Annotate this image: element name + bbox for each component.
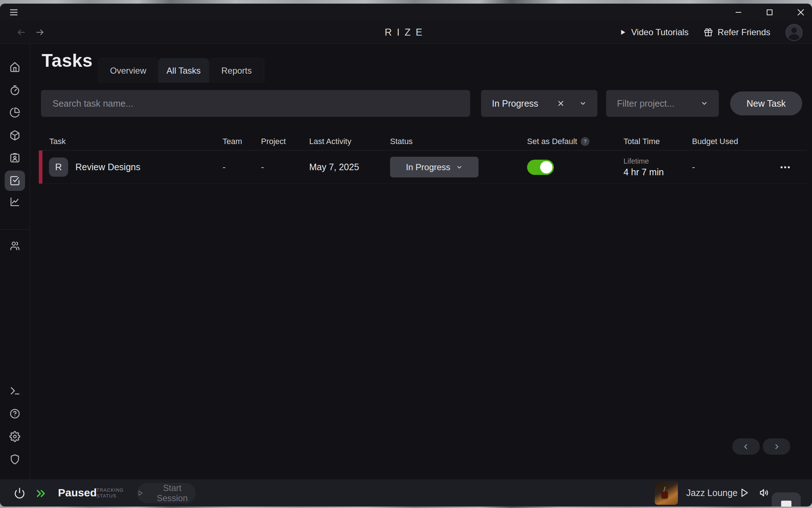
gift-icon	[704, 28, 713, 37]
user-avatar[interactable]	[786, 24, 803, 41]
column-set-as-default: Set as Default	[527, 137, 577, 146]
toggle-knob	[540, 161, 552, 173]
column-total-time: Total Time	[624, 137, 692, 146]
table-header: Task Team Project Last Activity Status S…	[39, 132, 807, 151]
tabs: Overview All Tasks Reports	[98, 58, 264, 83]
sidebar-item-timer[interactable]	[5, 80, 25, 101]
chat-bubble-button[interactable]	[772, 492, 801, 507]
pagination	[732, 438, 790, 455]
home-icon	[9, 62, 20, 73]
sidebar-item-analytics[interactable]	[5, 102, 25, 123]
project-filter-dropdown[interactable]: Filter project...	[606, 90, 719, 117]
maximize-icon[interactable]	[765, 8, 774, 17]
check-square-icon	[9, 175, 20, 186]
set-default-toggle[interactable]	[527, 160, 554, 175]
album-art[interactable]	[655, 482, 678, 505]
refer-friends-link[interactable]: Refer Friends	[704, 27, 770, 37]
music-play-icon[interactable]	[739, 487, 750, 498]
stopwatch-icon	[9, 85, 20, 96]
task-budget-used: -	[692, 162, 763, 172]
sidebar-item-help[interactable]	[5, 403, 25, 424]
play-icon	[620, 29, 626, 36]
shield-icon	[9, 454, 20, 465]
sidebar-item-team[interactable]	[5, 235, 25, 256]
column-project: Project	[261, 137, 309, 146]
clear-filter-icon[interactable]	[557, 99, 565, 107]
gear-icon	[9, 431, 20, 442]
sidebar-divider	[0, 229, 30, 230]
task-last-activity: May 7, 2025	[309, 162, 390, 172]
total-time-label: Lifetime	[624, 157, 692, 165]
play-outline-icon	[137, 489, 144, 497]
task-name[interactable]: Review Designs	[75, 162, 140, 172]
chevron-right-icon	[772, 443, 780, 451]
close-icon[interactable]	[796, 8, 805, 17]
column-budget-used: Budget Used	[692, 137, 763, 146]
help-badge-icon[interactable]: ?	[581, 137, 589, 146]
minimize-icon[interactable]	[734, 8, 743, 17]
video-tutorials-label: Video Tutorials	[631, 27, 688, 37]
sidebar-item-integrations[interactable]	[5, 381, 25, 401]
row-menu-icon[interactable]	[763, 161, 807, 173]
search-input[interactable]	[41, 90, 470, 117]
double-chevron-icon[interactable]	[36, 488, 47, 499]
previous-page-button[interactable]	[732, 438, 760, 455]
sidebar-item-projects[interactable]	[5, 125, 25, 146]
header-actions: Video Tutorials Refer Friends	[620, 21, 803, 44]
chevron-down-icon	[456, 164, 463, 171]
column-last-activity: Last Activity	[309, 137, 390, 146]
now-playing-track: Jazz Lounge	[686, 479, 738, 507]
tab-reports[interactable]: Reports	[209, 58, 264, 83]
row-color-accent	[39, 151, 42, 184]
sidebar-item-settings[interactable]	[5, 426, 25, 447]
task-status-dropdown[interactable]: In Progress	[390, 157, 478, 177]
sidebar-item-privacy[interactable]	[5, 449, 25, 470]
hamburger-menu-icon[interactable]	[9, 7, 19, 17]
line-chart-icon	[9, 196, 20, 207]
column-team: Team	[223, 137, 261, 146]
titlebar	[0, 4, 812, 21]
start-session-button[interactable]: Start Session	[137, 483, 196, 503]
contact-card-icon	[9, 152, 20, 163]
table-row[interactable]: R Review Designs - - May 7, 2025 In Prog…	[39, 151, 807, 184]
app-window: RIZE Video Tutorials Refer Friends Ta	[0, 4, 812, 507]
next-page-button[interactable]	[763, 438, 790, 455]
new-task-button[interactable]: New Task	[730, 91, 802, 115]
chevron-down-icon	[701, 100, 708, 107]
tasks-table: Task Team Project Last Activity Status S…	[39, 132, 807, 184]
task-team: -	[223, 162, 261, 172]
page-title: Tasks	[42, 50, 93, 71]
power-icon[interactable]	[14, 487, 25, 499]
window-controls	[734, 4, 805, 21]
sidebar-item-clients[interactable]	[5, 148, 25, 168]
sidebar-item-reports[interactable]	[5, 192, 25, 212]
task-status-value: In Progress	[406, 162, 451, 172]
chevron-down-icon	[579, 100, 587, 107]
volume-icon[interactable]	[759, 487, 770, 498]
app-header: RIZE Video Tutorials Refer Friends	[0, 21, 812, 44]
task-project: -	[261, 162, 309, 172]
task-initial-avatar: R	[49, 157, 68, 177]
terminal-icon	[9, 385, 20, 396]
chat-bubble-icon	[779, 499, 793, 507]
video-tutorials-link[interactable]: Video Tutorials	[620, 27, 688, 37]
cube-icon	[9, 130, 20, 141]
help-circle-icon	[9, 408, 20, 419]
sidebar	[0, 44, 30, 479]
start-session-label: Start Session	[149, 483, 196, 503]
tracking-status-label: TRACKING STATUS	[96, 487, 124, 499]
column-status: Status	[390, 137, 527, 146]
column-task: Task	[39, 137, 223, 146]
total-time-value: 4 hr 7 min	[624, 167, 692, 177]
project-filter-placeholder: Filter project...	[617, 98, 674, 109]
sidebar-item-home[interactable]	[5, 57, 25, 77]
pie-chart-icon	[9, 107, 20, 118]
tab-all-tasks[interactable]: All Tasks	[158, 58, 209, 83]
refer-friends-label: Refer Friends	[718, 27, 770, 37]
users-icon	[9, 240, 20, 251]
status-filter-value: In Progress	[492, 98, 538, 109]
status-filter-dropdown[interactable]: In Progress	[481, 90, 597, 117]
tab-overview[interactable]: Overview	[98, 58, 158, 83]
tracking-state: Paused	[58, 487, 97, 499]
sidebar-item-tasks[interactable]	[5, 171, 25, 191]
